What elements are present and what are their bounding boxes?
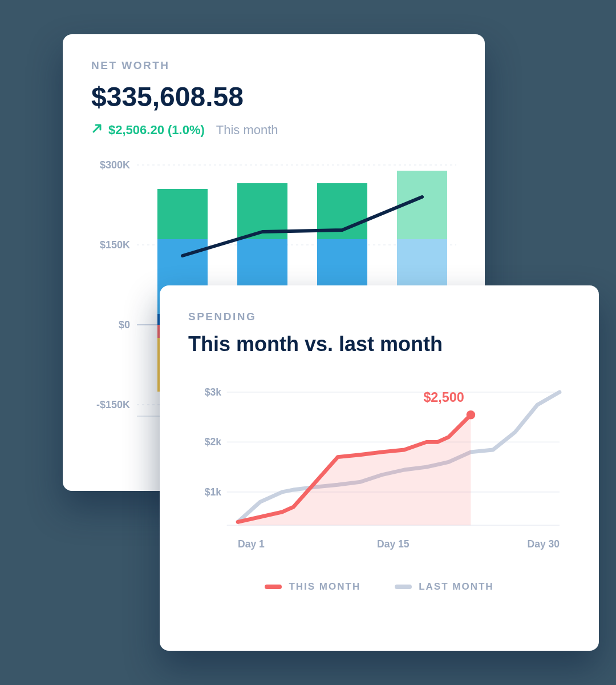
bar-segment xyxy=(157,189,208,239)
legend-label: LAST MONTH xyxy=(419,581,493,593)
legend-swatch-icon xyxy=(395,585,412,589)
net-line xyxy=(183,197,422,256)
net-worth-eyebrow: NET WORTH xyxy=(91,59,456,72)
y-tick-label: $2k xyxy=(205,436,221,448)
x-tick-label: Day 30 xyxy=(528,538,560,550)
spending-annotation: $2,500 xyxy=(423,390,464,405)
spending-chart: $3k $2k $1k $2,500 Day 1 Day 15 Day 30 xyxy=(188,370,570,570)
x-tick-label: Day 15 xyxy=(377,538,410,550)
y-tick-label: -$150K xyxy=(96,399,130,410)
x-tick-label: Day 1 xyxy=(238,538,265,550)
y-tick-label: $150K xyxy=(100,239,130,251)
y-tick-label: $300K xyxy=(100,159,130,171)
legend-swatch-icon xyxy=(265,585,282,589)
net-worth-delta: $2,506.20 (1.0%) xyxy=(108,123,205,138)
spending-card: SPENDING This month vs. last month $3k $… xyxy=(160,285,599,651)
spending-legend: THIS MONTH LAST MONTH xyxy=(188,581,570,593)
y-tick-label: $0 xyxy=(119,319,130,331)
legend-this-month: THIS MONTH xyxy=(265,581,360,593)
legend-last-month: LAST MONTH xyxy=(395,581,493,593)
this-month-fill xyxy=(238,415,471,525)
spending-title: This month vs. last month xyxy=(188,332,570,356)
spending-eyebrow: SPENDING xyxy=(188,311,570,323)
net-worth-period: This month xyxy=(216,123,278,138)
y-tick-label: $3k xyxy=(205,386,221,398)
y-tick-label: $1k xyxy=(205,486,221,498)
net-worth-delta-row: $2,506.20 (1.0%) This month xyxy=(91,123,456,138)
net-worth-amount: $335,608.58 xyxy=(91,81,456,112)
legend-label: THIS MONTH xyxy=(289,581,360,593)
this-month-endpoint xyxy=(467,410,476,420)
arrow-up-right-icon xyxy=(91,123,103,138)
